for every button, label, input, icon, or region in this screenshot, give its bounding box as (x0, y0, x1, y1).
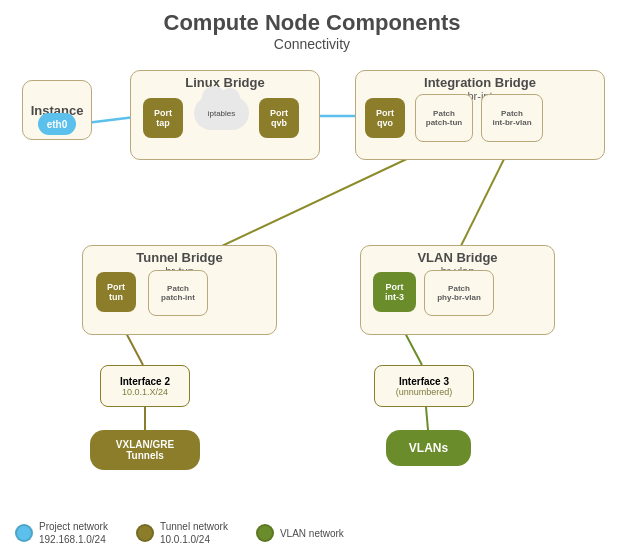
legend-dot-project (15, 524, 33, 542)
interface3-box: Interface 3 (unnumbered) (374, 365, 474, 407)
port-int3: Portint-3 (373, 272, 416, 312)
legend-text-tunnel: Tunnel network10.0.1.0/24 (160, 520, 228, 546)
legend: Project network192.168.1.0/24 Tunnel net… (15, 520, 344, 546)
vxlan-label: VXLAN/GRETunnels (116, 439, 174, 461)
sub-title: Connectivity (0, 36, 624, 52)
phy-br-vlan-label: Patchphy-br-vlan (437, 284, 481, 302)
legend-item-tunnel: Tunnel network10.0.1.0/24 (136, 520, 228, 546)
eth0-label: eth0 (47, 119, 68, 130)
port-qvb-label: Portqvb (270, 108, 288, 128)
port-tap-label: Porttap (154, 108, 172, 128)
patch-tun: Patchpatch-tun (415, 94, 473, 142)
phy-br-vlan: Patchphy-br-vlan (424, 270, 494, 316)
main-title: Compute Node Components (0, 10, 624, 36)
port-int3-label: Portint-3 (385, 282, 404, 302)
linux-bridge-label: Linux Bridge (131, 75, 319, 90)
patch-int-label: Patchpatch-int (161, 284, 195, 302)
svg-line-10 (426, 407, 428, 430)
legend-dot-tunnel (136, 524, 154, 542)
patch-tun-label: Patchpatch-tun (426, 109, 462, 127)
legend-text-project: Project network192.168.1.0/24 (39, 520, 108, 546)
iptables-label: iptables (208, 109, 236, 118)
vlan-bridge-label: VLAN Bridge (361, 250, 554, 265)
port-tap: Porttap (143, 98, 183, 138)
port-qvo-label: Portqvo (376, 108, 394, 128)
port-qvb: Portqvb (259, 98, 299, 138)
legend-dot-vlan (256, 524, 274, 542)
vxlan-box: VXLAN/GRETunnels (90, 430, 200, 470)
port-tun: Porttun (96, 272, 136, 312)
legend-item-project: Project network192.168.1.0/24 (15, 520, 108, 546)
interface2-box: Interface 2 10.0.1.X/24 (100, 365, 190, 407)
legend-item-vlan: VLAN network (256, 524, 344, 542)
title-block: Compute Node Components Connectivity (0, 0, 624, 52)
vlans-label: VLANs (409, 441, 448, 455)
port-tun-label: Porttun (107, 282, 125, 302)
patch-int-br-vlan-label: Patchint-br-vlan (492, 109, 531, 127)
eth0-badge: eth0 (38, 113, 76, 135)
iptables-cloud: iptables (194, 96, 249, 130)
integration-bridge-label: Integration Bridge (356, 75, 604, 90)
vlans-box: VLANs (386, 430, 471, 466)
patch-int: Patchpatch-int (148, 270, 208, 316)
interface3-sublabel: (unnumbered) (396, 387, 453, 397)
interface3-label: Interface 3 (399, 376, 449, 387)
interface2-label: Interface 2 (120, 376, 170, 387)
port-qvo: Portqvo (365, 98, 405, 138)
tunnel-bridge-label: Tunnel Bridge (83, 250, 276, 265)
patch-int-br-vlan: Patchint-br-vlan (481, 94, 543, 142)
legend-text-vlan: VLAN network (280, 527, 344, 540)
interface2-sublabel: 10.0.1.X/24 (122, 387, 168, 397)
page: Compute Node Components Connectivity Ins… (0, 0, 624, 556)
